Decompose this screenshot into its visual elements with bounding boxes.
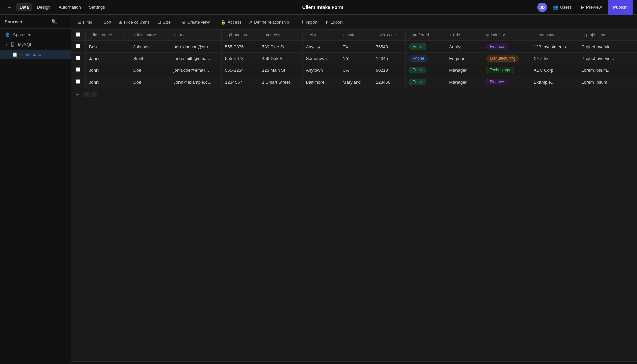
table-row[interactable]: John Doe John@example.c... 1234567 1 Sma… xyxy=(71,76,637,88)
col-header-project[interactable]: ⊞ project_ov... xyxy=(578,30,637,41)
text-type-icon: T xyxy=(89,33,91,37)
access-button[interactable]: 🔒 Access xyxy=(217,18,245,26)
toolbar-divider xyxy=(176,19,176,26)
nav-tab-settings[interactable]: Settings xyxy=(86,3,108,11)
cell-industry: Technology xyxy=(482,64,530,76)
row-checkbox-cell[interactable] xyxy=(71,64,86,76)
cell-industry: Manufacturing xyxy=(482,53,530,64)
create-view-icon: ⊕ xyxy=(182,20,186,25)
cell-preferred: Phone xyxy=(405,53,446,64)
sidebar-item-mysql[interactable]: ▼ 🗄 MySQL xyxy=(0,40,71,50)
export-button[interactable]: ⬆ Export xyxy=(322,18,346,26)
col-header-company[interactable]: T company_... xyxy=(530,30,578,41)
sidebar-item-client-data[interactable]: 📋 client_data xyxy=(0,50,71,59)
cell-industry: Finance xyxy=(482,41,530,53)
define-relationship-button[interactable]: ↗ Define relationship xyxy=(245,18,293,26)
sort-button[interactable]: ↕ Sort xyxy=(96,18,115,26)
hide-columns-button[interactable]: ⊞ Hide columns xyxy=(115,18,153,26)
nav-tab-automation[interactable]: Automation xyxy=(55,3,84,11)
cell-company: 123 Investments xyxy=(530,41,578,53)
add-source-button[interactable]: + xyxy=(60,18,66,25)
select-all-header[interactable] xyxy=(71,30,86,41)
text-type-icon: T xyxy=(534,33,536,37)
text-type-icon: T xyxy=(174,33,176,37)
cell-last-name: Doe xyxy=(130,76,170,88)
nav-tab-data[interactable]: Data xyxy=(16,3,32,11)
sidebar-item-app-users[interactable]: 👤 App users xyxy=(0,30,71,40)
table-row[interactable]: John Doe john.doe@email... 555-1234 123 … xyxy=(71,64,637,76)
col-header-role[interactable]: T role xyxy=(446,30,482,41)
select-all-checkbox[interactable] xyxy=(76,32,80,37)
preferred-badge: Email xyxy=(409,67,426,73)
cell-company: Example... xyxy=(530,76,578,88)
export-icon: ⬆ xyxy=(325,20,329,25)
cell-project: Project overvie... xyxy=(578,53,637,64)
table-header-row: T first_name + T last_name xyxy=(71,30,637,41)
row-checkbox[interactable] xyxy=(76,44,80,48)
cell-state: TX xyxy=(339,41,372,53)
table-row[interactable]: Bob Johnson bob.johnson@em... 555-9876 7… xyxy=(71,41,637,53)
cell-zip: 76543 xyxy=(372,41,405,53)
cell-phone: 1234567 xyxy=(222,76,258,88)
import-button[interactable]: ⬇ Import xyxy=(297,18,321,26)
table-container[interactable]: T first_name + T last_name xyxy=(71,30,637,361)
lock-icon: 🔒 xyxy=(221,20,226,25)
add-row-button[interactable]: + xyxy=(71,90,83,100)
sources-title: Sources xyxy=(5,19,22,24)
cell-city: Baltimore xyxy=(302,76,339,88)
col-header-zip[interactable]: T zip_code xyxy=(372,30,405,41)
right-actions: JD 👥 Users ▶ Preview Publish xyxy=(537,0,633,15)
col-header-phone[interactable]: T phone_nu... xyxy=(222,30,258,41)
bottom-scrollbar[interactable] xyxy=(71,361,637,364)
col-header-state[interactable]: T state xyxy=(339,30,372,41)
publish-button[interactable]: Publish xyxy=(608,0,633,15)
cell-email: john.doe@email... xyxy=(170,64,222,76)
text-type-icon: T xyxy=(343,33,345,37)
col-header-first-name[interactable]: T first_name + xyxy=(86,30,130,41)
search-button[interactable]: 🔍 xyxy=(50,18,58,25)
preview-button[interactable]: ▶ Preview xyxy=(578,3,605,11)
avatar[interactable]: JD xyxy=(537,3,547,12)
col-header-address[interactable]: T address xyxy=(258,30,303,41)
back-button[interactable]: ← xyxy=(4,3,15,12)
table-icon: 📋 xyxy=(12,52,18,57)
create-view-button[interactable]: ⊕ Create view xyxy=(178,18,213,26)
row-checkbox[interactable] xyxy=(76,79,80,84)
col-header-last-name[interactable]: T last_name xyxy=(130,30,170,41)
cell-last-name: Smith xyxy=(130,53,170,64)
cmd-icon[interactable]: ⌘ xyxy=(83,92,90,97)
cell-zip: 90210 xyxy=(372,64,405,76)
row-checkbox[interactable] xyxy=(76,67,80,72)
nav-tab-design[interactable]: Design xyxy=(33,3,54,11)
preview-icon: ▶ xyxy=(581,5,584,10)
cell-city: Sometown xyxy=(302,53,339,64)
sidebar-item-label: MySQL xyxy=(18,42,32,47)
col-header-industry[interactable]: ⊞ industry xyxy=(482,30,530,41)
table-row[interactable]: Jane Smith jane.smith@emai... 555-5678 4… xyxy=(71,53,637,64)
col-header-email[interactable]: T email xyxy=(170,30,222,41)
row-checkbox-cell[interactable] xyxy=(71,53,86,64)
sidebar-item-label: client_data xyxy=(20,52,41,57)
text-type-icon: T xyxy=(376,33,378,37)
industry-badge: Technology xyxy=(486,67,514,73)
filter-button[interactable]: ⊟ Filter xyxy=(74,18,96,26)
row-checkbox-cell[interactable] xyxy=(71,76,86,88)
add-row-area: + ⌘ ↵ xyxy=(71,88,637,101)
cell-address: 456 Oak St xyxy=(258,53,303,64)
text-type-icon: T xyxy=(262,33,264,37)
col-header-city[interactable]: T city xyxy=(302,30,339,41)
row-checkbox[interactable] xyxy=(76,56,80,60)
size-button[interactable]: ⊡ Size xyxy=(154,18,174,26)
cell-preferred: Email xyxy=(405,76,446,88)
col-header-preferred[interactable]: T preferred_... xyxy=(405,30,446,41)
cell-phone: 555-5678 xyxy=(222,53,258,64)
cell-email: John@example.c... xyxy=(170,76,222,88)
row-checkbox-cell[interactable] xyxy=(71,41,86,53)
enter-icon[interactable]: ↵ xyxy=(91,92,97,97)
app-users-icon: 👤 xyxy=(5,32,10,37)
sidebar-header-actions: 🔍 + xyxy=(50,18,66,25)
add-col-icon[interactable]: + xyxy=(123,33,126,38)
users-button[interactable]: 👥 Users xyxy=(550,3,575,11)
cell-last-name: Doe xyxy=(130,64,170,76)
cell-project: Lorem ipsum... xyxy=(578,64,637,76)
